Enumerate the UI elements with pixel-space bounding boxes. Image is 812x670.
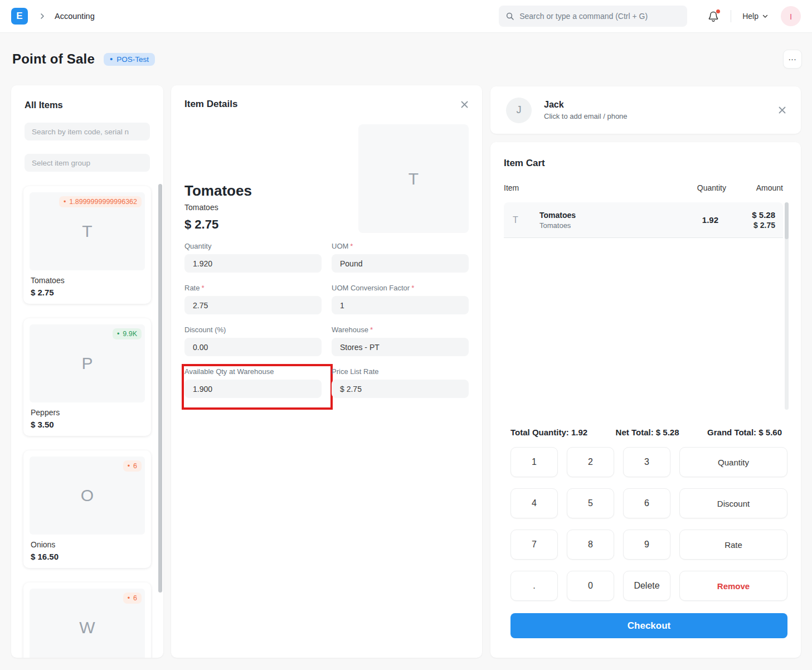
net-total: Net Total: $ 5.28 (616, 428, 679, 437)
numpad-key-0[interactable]: 0 (567, 571, 614, 601)
close-icon[interactable] (778, 106, 786, 114)
numpad-key-6[interactable]: 6 (623, 488, 670, 518)
field-label: Rate* (184, 284, 322, 292)
numpad-key-discount[interactable]: Discount (679, 488, 787, 518)
cart-row-tomatoes[interactable]: T Tomatoes Tomatoes 1.92 $ 5.28 $ 2.75 (504, 202, 783, 238)
item-details-title: Item Details (184, 99, 237, 110)
item-price: $ 3.50 (31, 420, 145, 429)
cart-header-row: Item Quantity Amount (504, 183, 787, 192)
required-marker: * (411, 284, 414, 292)
pos-profile-badge: • POS-Test (104, 53, 155, 66)
detail-item-price: $ 2.75 (184, 217, 252, 232)
numpad-key-7[interactable]: 7 (510, 530, 558, 560)
page-menu-button[interactable]: ... (783, 50, 802, 69)
stock-qty: 6 (133, 594, 137, 602)
cart-scrollbar-thumb[interactable] (785, 202, 789, 239)
detail-item-code: Tomatoes (184, 203, 252, 212)
item-image-placeholder: • 9.9K P (30, 324, 145, 402)
page-header: Point of Sale • POS-Test ... (12, 48, 802, 70)
quantity-input[interactable] (184, 254, 322, 273)
badge-dot: • (128, 462, 130, 470)
numpad-key-dot[interactable]: . (510, 571, 558, 601)
top-navbar: E Accounting Help (0, 0, 812, 33)
item-cart-panel: Item Cart Item Quantity Amount T Tomatoe… (490, 142, 801, 658)
numpad-key-1[interactable]: 1 (510, 447, 558, 477)
user-avatar[interactable]: I (781, 6, 801, 26)
uom-conversion-input[interactable] (332, 296, 469, 314)
item-card-peppers[interactable]: • 9.9K P Peppers $ 3.50 (23, 318, 151, 436)
item-search-input[interactable] (25, 123, 150, 140)
stock-badge: • 6 (123, 593, 142, 604)
uom-input[interactable] (332, 254, 469, 273)
cart-list: T Tomatoes Tomatoes 1.92 $ 5.28 $ 2.75 (504, 202, 787, 410)
numpad-key-2[interactable]: 2 (567, 447, 614, 477)
numpad-key-4[interactable]: 4 (510, 488, 558, 518)
search-icon (505, 12, 514, 21)
item-price: $ 2.75 (31, 288, 145, 297)
cart-item-rate: $ 2.75 (732, 221, 775, 230)
chevron-right-icon (38, 12, 47, 21)
detail-image-letter: T (409, 169, 419, 188)
customer-card[interactable]: J Jack Click to add email / phone (490, 86, 801, 134)
numpad-key-3[interactable]: 3 (623, 447, 670, 477)
app-logo[interactable]: E (11, 8, 28, 25)
discount-input[interactable] (184, 338, 322, 356)
stock-qty: 9.9K (123, 330, 137, 338)
checkout-button[interactable]: Checkout (510, 613, 787, 638)
warehouse-input[interactable] (332, 338, 469, 356)
item-price: $ 16.50 (31, 552, 145, 561)
item-image-placeholder: • 6 W (30, 589, 145, 658)
item-card-onions[interactable]: • 6 O Onions $ 16.50 (23, 450, 151, 568)
price-list-rate-input[interactable] (332, 380, 469, 398)
detail-item-name: Tomatoes (184, 182, 252, 200)
numpad-key-delete[interactable]: Delete (623, 571, 670, 601)
item-group-select[interactable] (25, 154, 150, 172)
help-menu[interactable]: Help (742, 12, 769, 21)
stock-badge: • 1.8999999999996362 (59, 196, 142, 207)
numpad-key-8[interactable]: 8 (567, 530, 614, 560)
field-uom-conversion-factor: UOM Conversion Factor* (332, 284, 469, 314)
cart-item-name: Tomatoes (539, 211, 679, 220)
close-icon[interactable] (460, 100, 469, 109)
navbar-divider (731, 10, 731, 22)
cart-item-letter: T (513, 215, 526, 225)
chevron-down-icon (762, 13, 769, 20)
numpad-key-5[interactable]: 5 (567, 488, 614, 518)
cart-header-amount: Amount (740, 183, 783, 192)
available-qty-input[interactable] (184, 380, 322, 398)
cart-scrollbar[interactable] (785, 202, 789, 410)
detail-image-placeholder: T (358, 124, 469, 233)
field-uom: UOM* (332, 242, 469, 273)
field-available-qty-highlighted: Available Qty at Warehouse (184, 367, 322, 398)
item-letter: W (79, 618, 95, 637)
field-label: Discount (%) (184, 326, 322, 334)
global-search-input[interactable] (519, 12, 680, 21)
field-price-list-rate: Price List Rate (332, 367, 469, 398)
help-label: Help (742, 12, 758, 21)
breadcrumb[interactable]: Accounting (55, 12, 95, 21)
field-label: Price List Rate (332, 367, 469, 376)
numpad-key-remove[interactable]: Remove (679, 571, 787, 601)
item-letter: O (81, 486, 94, 505)
rate-input[interactable] (184, 296, 322, 314)
item-card-tomatoes[interactable]: • 1.8999999999996362 T Tomatoes $ 2.75 (23, 186, 151, 304)
notifications-button[interactable] (707, 9, 721, 23)
item-name: Onions (31, 540, 145, 549)
field-label: Quantity (184, 242, 322, 250)
numpad-key-9[interactable]: 9 (623, 530, 670, 560)
customer-avatar-letter: J (517, 104, 522, 116)
item-card-w[interactable]: • 6 W (23, 582, 151, 658)
badge-label: POS-Test (116, 55, 149, 64)
cart-header-item: Item (504, 183, 687, 192)
cart-item-code: Tomatoes (539, 221, 679, 230)
item-name: Peppers (31, 408, 145, 417)
numpad-key-quantity[interactable]: Quantity (679, 447, 787, 477)
items-scrollbar[interactable] (158, 184, 162, 593)
field-rate: Rate* (184, 284, 322, 314)
user-avatar-letter: I (790, 12, 792, 21)
item-image-placeholder: • 6 O (30, 457, 145, 535)
logo-letter: E (16, 11, 22, 22)
global-search[interactable] (499, 6, 687, 27)
numpad-key-rate[interactable]: Rate (679, 530, 787, 560)
item-letter: T (82, 222, 92, 241)
